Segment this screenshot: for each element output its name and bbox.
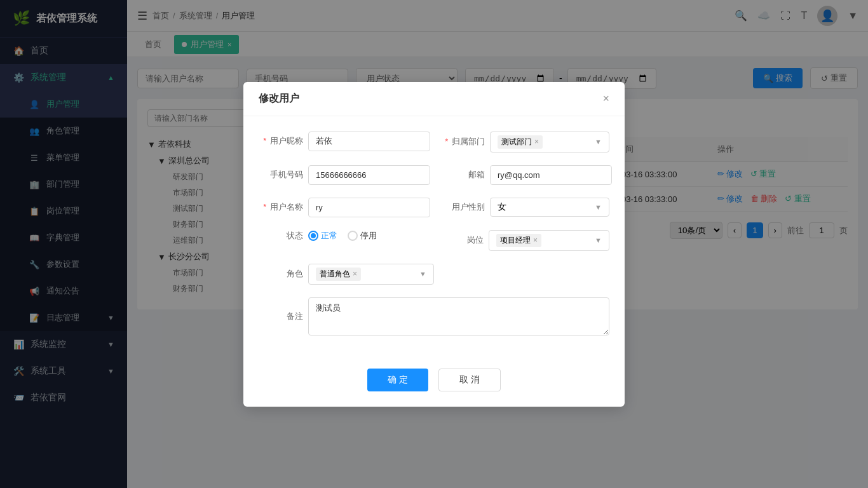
phone-input[interactable] [308, 165, 430, 185]
dept-label: * 归属部门 [440, 136, 485, 147]
post-tag-remove[interactable]: × [533, 236, 538, 245]
form-group-username: * 用户名称 [259, 198, 430, 217]
post-label: 岗位 [439, 234, 484, 246]
email-label: 邮箱 [440, 169, 485, 180]
email-input[interactable] [490, 165, 612, 185]
gender-dropdown-icon: ▼ [595, 203, 602, 211]
modal-body: * 用户昵称 * 归属部门 测试部门 × [243, 116, 625, 358]
cancel-button[interactable]: 取 消 [438, 369, 501, 391]
dept-tag-remove[interactable]: × [534, 137, 539, 146]
form-row-6: 备注 测试员 [259, 297, 609, 336]
status-normal-label: 正常 [321, 230, 337, 241]
status-normal-circle [308, 231, 318, 241]
confirm-button[interactable]: 确 定 [367, 369, 428, 391]
form-group-role: 角色 普通角色 × ▼ [259, 264, 434, 285]
status-disabled-label: 停用 [360, 230, 377, 241]
modal-title: 修改用户 [259, 92, 299, 105]
gender-label: 用户性别 [440, 201, 485, 213]
form-row-5: 角色 普通角色 × ▼ [259, 264, 609, 285]
form-group-post: 岗位 项目经理 × ▼ [439, 230, 609, 251]
form-group-phone: 手机号码 [259, 165, 430, 185]
form-row-3: * 用户名称 用户性别 女 ▼ [259, 198, 609, 217]
modal-overlay: 修改用户 × * 用户昵称 * 归属部门 [0, 0, 868, 488]
form-row-2: 手机号码 邮箱 [259, 165, 609, 185]
status-disabled-circle [348, 231, 358, 241]
form-row-1: * 用户昵称 * 归属部门 测试部门 × [259, 132, 609, 152]
role-select[interactable]: 普通角色 × ▼ [308, 264, 434, 285]
dept-select[interactable]: 测试部门 × ▼ [490, 132, 609, 152]
form-group-status: 状态 正常 停用 [259, 230, 429, 241]
form-group-remark: 备注 测试员 [259, 297, 609, 336]
role-dropdown-icon: ▼ [419, 270, 426, 278]
form-group-gender: 用户性别 女 ▼ [440, 198, 609, 217]
status-radio-disabled[interactable]: 停用 [348, 230, 377, 241]
role-tag-remove[interactable]: × [353, 269, 357, 278]
username-input[interactable] [308, 198, 430, 217]
modal-close-button[interactable]: × [602, 92, 609, 105]
post-tag: 项目经理 × [496, 234, 541, 247]
dept-dropdown-icon: ▼ [595, 138, 602, 146]
post-dropdown-icon: ▼ [595, 236, 602, 244]
modal-edit-user: 修改用户 × * 用户昵称 * 归属部门 [243, 82, 625, 407]
role-label: 角色 [259, 268, 303, 280]
form-group-nickname: * 用户昵称 [259, 132, 430, 151]
nickname-label: * 用户昵称 [259, 135, 303, 147]
modal-header: 修改用户 × [243, 82, 625, 116]
nickname-input[interactable] [308, 132, 430, 151]
remark-textarea[interactable]: 测试员 [308, 297, 609, 336]
username-label: * 用户名称 [259, 201, 303, 213]
status-label: 状态 [259, 230, 303, 241]
remark-label: 备注 [259, 311, 303, 322]
role-tag: 普通角色 × [316, 268, 361, 281]
status-radio-group: 正常 停用 [308, 230, 377, 241]
modal-footer: 确 定 取 消 [243, 358, 625, 407]
form-group-email: 邮箱 [440, 165, 612, 185]
dept-tag: 测试部门 × [498, 135, 543, 149]
status-radio-normal[interactable]: 正常 [308, 230, 337, 241]
post-select[interactable]: 项目经理 × ▼ [489, 230, 609, 251]
form-row-4: 状态 正常 停用 岗位 [259, 230, 609, 251]
gender-select[interactable]: 女 ▼ [490, 198, 609, 217]
form-group-dept: * 归属部门 测试部门 × ▼ [440, 132, 609, 152]
phone-label: 手机号码 [259, 169, 303, 180]
